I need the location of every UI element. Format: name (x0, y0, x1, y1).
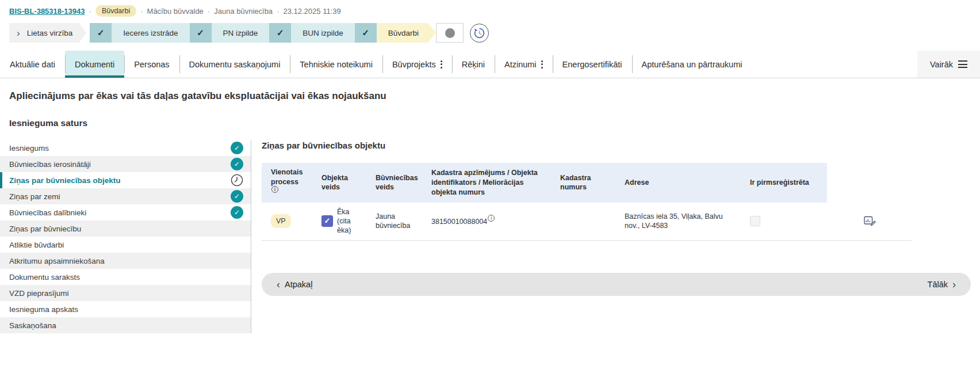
sidebar-item-label: Būvniecības dalībnieki (9, 208, 86, 217)
sidebar-item-label: Atkritumu apsaimniekošana (9, 257, 105, 265)
footer-navigation-bar: Atpakaļ Tālāk (262, 273, 971, 296)
sidebar-item-iesnieguma-apskats[interactable]: Iesnieguma apskats (0, 301, 251, 317)
sidebar-item-label: Saskaņošana (9, 321, 56, 330)
tab-atzinumi[interactable]: Atzinumi (495, 51, 553, 78)
unchecked-checkbox[interactable] (750, 216, 760, 226)
history-button[interactable] (470, 24, 489, 43)
tab-tehniskie-noteikumi[interactable]: Tehniskie noteikumi (290, 51, 382, 78)
sidebar-item-buvniecibas-dalibnieki[interactable]: Būvniecības dalībnieki (0, 204, 251, 220)
info-icon[interactable] (488, 215, 495, 222)
construction-objects-table: Vienotais process Objekta veids Būvniecī… (262, 163, 912, 241)
stepper-expand-button[interactable]: Lietas virzība (9, 23, 86, 43)
cell-buvniecibas-veids: Jauna būvniecība (366, 203, 422, 241)
vp-badge: VP (271, 214, 291, 228)
tab-buvprojekts[interactable]: Būvprojekts (382, 51, 452, 78)
sidebar-item-vzd-pieprasijumi[interactable]: VZD pieprasījumi (0, 285, 251, 301)
check-icon (90, 23, 112, 43)
col-adrese: Adrese (615, 163, 741, 203)
sidebar-item-atliktie-buvdarbi[interactable]: Atliktie būvdarbi (0, 237, 251, 253)
main-tabbar: Aktuālie dati Dokumenti Personas Dokumen… (0, 51, 980, 78)
case-type: Jauna būvniecība (214, 7, 273, 16)
sidebar-item-label: Ziņas par būvniecības objektu (9, 176, 121, 185)
col-objekta-veids: Objekta veids (312, 163, 366, 203)
tab-label: Dokumenti (75, 60, 114, 69)
info-icon[interactable] (271, 186, 278, 193)
case-number-link[interactable]: BIS-BL-385318-13943 (9, 7, 85, 16)
more-tabs-label: Vairāk (930, 60, 953, 69)
separator: · (277, 7, 279, 16)
back-button-label: Atpakaļ (285, 280, 312, 289)
step-pn-izpilde[interactable]: PN izpilde (212, 23, 270, 43)
sidebar-item-zinas-par-buvniecibas-objektu[interactable]: Ziņas par būvniecības objektu (0, 172, 251, 188)
sidebar-item-label: Ziņas par zemi (9, 192, 60, 201)
tab-aktualie-dati[interactable]: Aktuālie dati (0, 51, 65, 78)
clock-icon (231, 174, 243, 187)
objekta-veids-label: Ēka (cita ēka) (337, 207, 358, 235)
tab-rekini[interactable]: Rēķini (452, 51, 495, 78)
hamburger-menu-icon (958, 60, 967, 68)
sidebar-item-label: Būvniecības ierosinātāji (9, 160, 91, 169)
tab-label: Rēķini (462, 60, 485, 69)
section-title: Iesnieguma saturs (0, 102, 980, 128)
tab-apturesana-un-partraukumi[interactable]: Apturēšana un pārtraukumi (632, 51, 752, 78)
stepper-label: Lietas virzība (27, 29, 73, 37)
check-circle-icon (231, 142, 243, 154)
sidebar-item-label: VZD pieprasījumi (9, 289, 69, 298)
step-buvdarbi-current[interactable]: Būvdarbi (377, 23, 436, 43)
kebab-menu-icon[interactable] (541, 60, 543, 69)
col-vienotais-process: Vienotais process (262, 163, 312, 203)
history-icon (473, 27, 485, 39)
kebab-menu-icon[interactable] (441, 60, 442, 69)
tab-dokumenti[interactable]: Dokumenti (65, 51, 124, 78)
check-icon (269, 23, 291, 43)
application-sections-sidebar: Iesniegums Būvniecības ierosinātāji Ziņa… (0, 140, 251, 333)
sidebar-item-saskanosana[interactable]: Saskaņošana (0, 317, 251, 333)
office-name: Mācību būvvalde (147, 7, 204, 16)
pending-step-cell (436, 23, 464, 43)
sidebar-item-label: Dokumentu saraksts (9, 273, 80, 282)
main-area: Iesniegums Būvniecības ierosinātāji Ziņa… (0, 140, 980, 333)
tab-dokumentu-saskanojumi[interactable]: Dokumentu saskaņojumi (179, 51, 290, 78)
col-kadastra-numurs: Kadastra numurs (551, 163, 615, 203)
tab-label: Apturēšana un pārtraukumi (642, 60, 742, 69)
content-heading: Ziņas par būvniecības objektu (262, 140, 971, 150)
separator: · (89, 7, 91, 16)
case-progress-stepper: Lietas virzība Ieceres izstrāde PN izpil… (0, 19, 980, 47)
sidebar-item-iesniegums[interactable]: Iesniegums (0, 140, 251, 156)
next-button[interactable]: Tālāk (928, 279, 956, 290)
edit-object-data-button[interactable] (836, 215, 904, 227)
more-tabs-button[interactable]: Vairāk (917, 51, 980, 78)
tab-label: Dokumentu saskaņojumi (189, 60, 281, 69)
pending-step-dot-icon (445, 28, 455, 38)
sidebar-item-label: Iesnieguma apskats (9, 305, 78, 314)
tab-personas[interactable]: Personas (124, 51, 179, 78)
sidebar-item-zinas-par-buvniecibu[interactable]: Ziņas par būvniecību (0, 220, 251, 237)
sidebar-item-buvniecibas-ierosinataji[interactable]: Būvniecības ierosinātāji (0, 156, 251, 172)
chevron-left-icon (277, 279, 280, 290)
sidebar-item-atkritumu-apsaimniekosana[interactable]: Atkritumu apsaimniekošana (0, 253, 251, 269)
column-label: Vienotais process (271, 168, 303, 186)
tab-label: Atzinumi (504, 60, 537, 69)
tab-label: Energosertifikāti (562, 60, 622, 69)
check-circle-icon (231, 206, 243, 219)
col-kadastra-apzimejums: Kadastra apzīmējums / Objekta identifika… (422, 163, 551, 203)
tab-label: Aktuālie dati (10, 60, 55, 69)
section-content: Ziņas par būvniecības objektu Vienotais … (251, 140, 980, 333)
checked-checkbox[interactable] (321, 215, 333, 227)
cell-vienotais-process: VP (262, 203, 312, 241)
tab-label: Tehniskie noteikumi (300, 60, 373, 69)
sidebar-item-dokumentu-saraksts[interactable]: Dokumentu saraksts (0, 269, 251, 285)
step-ieceres-izstrade[interactable]: Ieceres izstrāde (112, 23, 189, 43)
chevron-right-icon (17, 28, 20, 38)
stage-badge: Būvdarbi (95, 5, 136, 17)
tab-energosertifikati[interactable]: Energosertifikāti (553, 51, 632, 78)
table-row: VP Ēka (cita ēka) Jauna būvniecība 38150… (262, 203, 912, 241)
case-header: BIS-BL-385318-13943 · Būvdarbi · Mācību … (0, 0, 980, 19)
step-bun-izpilde[interactable]: BUN izpilde (291, 23, 355, 43)
sidebar-item-zinas-par-zemi[interactable]: Ziņas par zemi (0, 188, 251, 204)
cell-ir-pirmsregistreta (741, 203, 827, 241)
cell-actions (827, 203, 912, 241)
col-ir-pirmsregistreta: Ir pirmsreģistrēta (741, 163, 827, 203)
cell-kadastra-numurs (551, 203, 615, 241)
back-button[interactable]: Atpakaļ (277, 279, 312, 290)
